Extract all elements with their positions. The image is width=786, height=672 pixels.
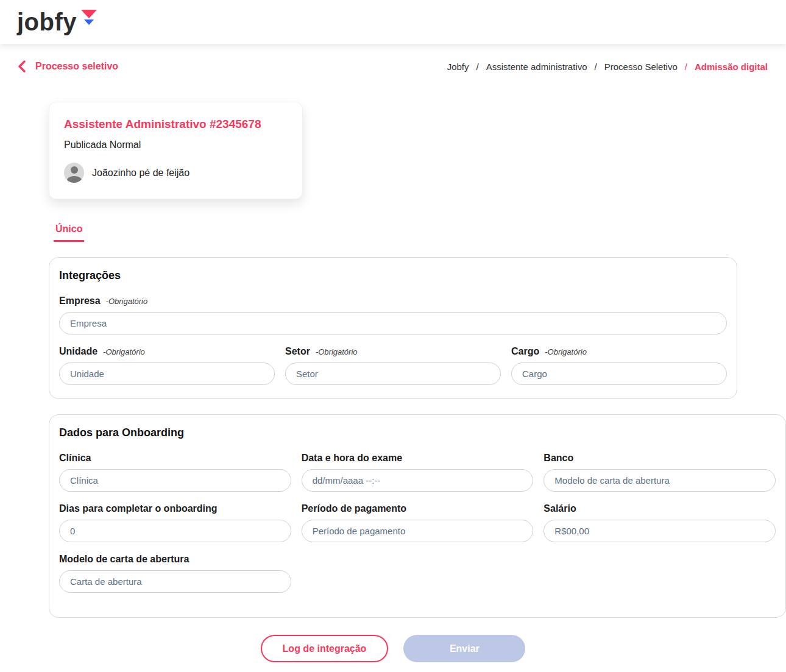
tab-unico[interactable]: Único: [54, 224, 84, 242]
setor-required-hint: -Obrigatório: [316, 347, 358, 356]
jobfy-logo[interactable]: jobfy: [17, 9, 97, 35]
field-data-exame: Data e hora do exame: [302, 453, 534, 492]
person-icon: [71, 166, 78, 174]
actions-row: Log de integração Enviar: [0, 635, 786, 662]
job-title: Assistente Administrativo #2345678: [64, 118, 288, 131]
breadcrumb-separator: /: [476, 62, 478, 72]
app-header: jobfy: [0, 0, 786, 44]
field-cargo: Cargo -Obrigatório: [511, 346, 727, 385]
field-salario: Salário: [543, 503, 776, 548]
avatar: [64, 163, 84, 183]
field-dias-onboarding: Dias para completar o onboarding: [59, 503, 291, 542]
cargo-input[interactable]: [511, 363, 727, 385]
submit-button[interactable]: Enviar: [403, 635, 525, 662]
field-modelo-carta: Modelo de carta de abertura: [59, 554, 291, 593]
onboarding-title: Dados para Onboarding: [59, 426, 776, 439]
setor-label: Setor: [285, 346, 310, 357]
back-link-label: Processo seletivo: [35, 61, 118, 72]
breadcrumb-item-admissao-digital: Admissão digital: [695, 62, 768, 72]
empresa-required-hint: -Obrigatório: [106, 297, 148, 306]
breadcrumb-separator: /: [595, 62, 597, 72]
empresa-label: Empresa: [59, 295, 101, 306]
data-exame-label: Data e hora do exame: [302, 453, 402, 464]
cargo-required-hint: -Obrigatório: [545, 347, 587, 356]
dias-onboarding-label: Dias para completar o onboarding: [59, 503, 218, 514]
unidade-required-hint: -Obrigatório: [103, 347, 145, 356]
setor-input[interactable]: [285, 363, 501, 385]
cargo-label: Cargo: [511, 346, 539, 357]
modelo-carta-input[interactable]: [59, 570, 291, 593]
breadcrumb-item-assistente-administrativo[interactable]: Assistente administrativo: [486, 62, 587, 72]
field-empresa: Empresa -Obrigatório: [59, 295, 727, 334]
log-integration-button[interactable]: Log de integração: [261, 635, 389, 662]
nav-row: Processo seletivo Jobfy / Assistente adm…: [0, 60, 786, 73]
field-unidade: Unidade -Obrigatório: [59, 346, 275, 385]
breadcrumb-separator: /: [685, 62, 687, 72]
salario-input[interactable]: [543, 520, 776, 542]
modelo-carta-label: Modelo de carta de abertura: [59, 554, 189, 565]
recruiter-name: Joãozinho pé de feijão: [92, 168, 189, 179]
breadcrumb-item-processo-seletivo[interactable]: Processo Seletivo: [604, 62, 678, 72]
onboarding-section: Dados para Onboarding Clínica Data e hor…: [49, 414, 786, 618]
data-exame-input[interactable]: [302, 469, 534, 492]
salario-label: Salário: [543, 503, 576, 514]
logo-triangle-blue-icon: [84, 19, 94, 25]
dias-onboarding-input[interactable]: [59, 520, 291, 542]
breadcrumb: Jobfy / Assistente administrativo / Proc…: [447, 62, 768, 72]
back-chevron-icon: [17, 60, 27, 73]
unidade-label: Unidade: [59, 346, 97, 357]
recruiter-row: Joãozinho pé de feijão: [64, 163, 288, 183]
clinica-label: Clínica: [59, 453, 91, 464]
tab-bar: Único: [54, 224, 786, 242]
job-status: Publicada Normal: [64, 140, 288, 150]
clinica-input[interactable]: [59, 469, 291, 492]
periodo-pagamento-input[interactable]: [302, 520, 534, 542]
empresa-input[interactable]: [59, 312, 727, 334]
banco-input[interactable]: [543, 469, 776, 492]
periodo-pagamento-label: Período de pagamento: [302, 503, 406, 514]
unidade-input[interactable]: [59, 363, 275, 385]
logo-triangles-icon: [81, 10, 97, 25]
field-banco: Banco: [543, 453, 776, 498]
field-periodo-pagamento: Período de pagamento: [302, 503, 534, 542]
logo-text: jobfy: [17, 9, 77, 35]
breadcrumb-item-jobfy[interactable]: Jobfy: [447, 62, 469, 72]
job-summary-card: Assistente Administrativo #2345678 Publi…: [49, 102, 303, 199]
field-setor: Setor -Obrigatório: [285, 346, 501, 385]
banco-label: Banco: [543, 453, 573, 464]
integrations-title: Integrações: [59, 269, 727, 282]
integrations-section: Integrações Empresa -Obrigatório Unidade…: [49, 257, 737, 399]
field-clinica: Clínica: [59, 453, 291, 492]
logo-triangle-pink-icon: [81, 10, 97, 18]
back-link[interactable]: Processo seletivo: [17, 60, 118, 73]
